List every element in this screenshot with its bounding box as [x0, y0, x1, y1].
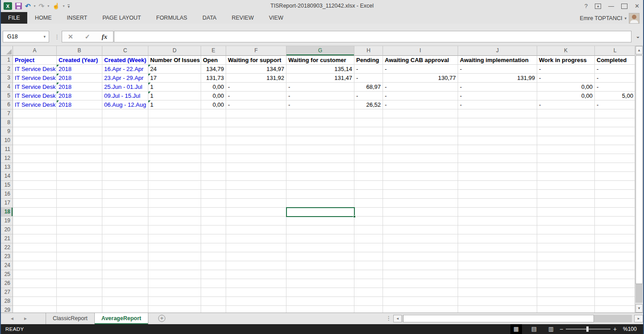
cell-A1[interactable]: Project — [13, 56, 57, 65]
cell-G5[interactable]: - — [286, 92, 354, 100]
cell-E1[interactable]: Open — [201, 56, 226, 65]
row-header-23[interactable]: 23 — [1, 252, 13, 261]
cell-C19[interactable] — [102, 217, 148, 225]
cell-I10[interactable] — [383, 136, 458, 145]
row-header-14[interactable]: 14 — [1, 172, 13, 181]
row-header-18[interactable]: 18 — [1, 208, 13, 217]
cell-L29[interactable] — [595, 306, 636, 313]
cell-C2[interactable]: 16.Apr - 22.Apr — [102, 65, 148, 74]
cell-G14[interactable] — [286, 172, 354, 181]
cell-A7[interactable] — [13, 109, 57, 118]
cell-D3[interactable]: 17 — [148, 74, 201, 83]
cell-K12[interactable] — [537, 154, 595, 163]
cell-B8[interactable] — [57, 118, 102, 127]
cell-E23[interactable] — [201, 252, 226, 261]
cell-I20[interactable] — [383, 225, 458, 234]
cell-F16[interactable] — [226, 190, 286, 199]
cell-L26[interactable] — [595, 279, 636, 288]
cell-F11[interactable] — [226, 145, 286, 154]
cell-J6[interactable]: - — [458, 100, 537, 109]
cell-C11[interactable] — [102, 145, 148, 154]
cell-H17[interactable] — [354, 199, 383, 208]
cell-I2[interactable]: - — [383, 65, 458, 74]
row-header-6[interactable]: 6 — [1, 100, 13, 109]
row-header-11[interactable]: 11 — [1, 145, 13, 154]
row-header-26[interactable]: 26 — [1, 279, 13, 288]
row-header-12[interactable]: 12 — [1, 154, 13, 163]
cell-A13[interactable] — [13, 163, 57, 172]
cell-J3[interactable]: 131,99 — [458, 74, 537, 83]
cell-D11[interactable] — [148, 145, 201, 154]
cell-L4[interactable]: - — [595, 83, 636, 92]
cell-K14[interactable] — [537, 172, 595, 181]
cell-L9[interactable] — [595, 127, 636, 136]
cell-F20[interactable] — [226, 225, 286, 234]
row-header-25[interactable]: 25 — [1, 270, 13, 279]
cell-K29[interactable] — [537, 306, 595, 313]
cell-A3[interactable]: IT Service Desk — [13, 74, 57, 83]
cell-J1[interactable]: Awaiting implementation — [458, 56, 537, 65]
cell-K28[interactable] — [537, 297, 595, 306]
cell-L14[interactable] — [595, 172, 636, 181]
cell-K4[interactable]: 0,00 — [537, 83, 595, 92]
cell-A6[interactable]: IT Service Desk — [13, 100, 57, 109]
row-header-22[interactable]: 22 — [1, 243, 13, 252]
cell-B3[interactable]: 2018 — [57, 74, 102, 83]
cell-L13[interactable] — [595, 163, 636, 172]
column-header-H[interactable]: H — [354, 46, 383, 56]
cell-I16[interactable] — [383, 190, 458, 199]
cell-E10[interactable] — [201, 136, 226, 145]
cell-A14[interactable] — [13, 172, 57, 181]
enter-entry-icon[interactable]: ✓ — [85, 33, 90, 40]
cell-H4[interactable]: 68,97 — [354, 83, 383, 92]
cell-C22[interactable] — [102, 243, 148, 252]
row-header-19[interactable]: 19 — [1, 217, 13, 225]
cell-I5[interactable]: - — [383, 92, 458, 100]
cell-B19[interactable] — [57, 217, 102, 225]
cell-I18[interactable] — [383, 208, 458, 217]
cell-I6[interactable]: - — [383, 100, 458, 109]
cell-L27[interactable] — [595, 288, 636, 297]
cell-F14[interactable] — [226, 172, 286, 181]
column-header-F[interactable]: F — [226, 46, 286, 56]
row-header-17[interactable]: 17 — [1, 199, 13, 208]
cell-J5[interactable]: - — [458, 92, 537, 100]
cell-H12[interactable] — [354, 154, 383, 163]
cell-I29[interactable] — [383, 306, 458, 313]
cell-D19[interactable] — [148, 217, 201, 225]
cell-D4[interactable]: 1 — [148, 83, 201, 92]
cell-L2[interactable]: - — [595, 65, 636, 74]
cell-C7[interactable] — [102, 109, 148, 118]
cell-A25[interactable] — [13, 270, 57, 279]
cell-C10[interactable] — [102, 136, 148, 145]
cell-G20[interactable] — [286, 225, 354, 234]
cell-E7[interactable] — [201, 109, 226, 118]
cell-I22[interactable] — [383, 243, 458, 252]
tab-scrollbar-splitter[interactable]: ⋮ — [386, 315, 391, 321]
cell-H1[interactable]: Pending — [354, 56, 383, 65]
cell-E2[interactable]: 134,79 — [201, 65, 226, 74]
cell-B4[interactable]: 2018 — [57, 83, 102, 92]
cell-J26[interactable] — [458, 279, 537, 288]
cell-A10[interactable] — [13, 136, 57, 145]
cell-F1[interactable]: Waiting for support — [226, 56, 286, 65]
cell-C14[interactable] — [102, 172, 148, 181]
cell-E27[interactable] — [201, 288, 226, 297]
sheet-tab-averagereport[interactable]: AverageReport — [95, 313, 148, 324]
cell-K10[interactable] — [537, 136, 595, 145]
cell-D28[interactable] — [148, 297, 201, 306]
horizontal-scrollbar-thumb[interactable] — [403, 315, 594, 322]
cell-J25[interactable] — [458, 270, 537, 279]
cell-E4[interactable]: 0,00 — [201, 83, 226, 92]
cell-A28[interactable] — [13, 297, 57, 306]
cell-E3[interactable]: 131,73 — [201, 74, 226, 83]
cell-C21[interactable] — [102, 234, 148, 243]
cell-I14[interactable] — [383, 172, 458, 181]
cell-D2[interactable]: 24 — [148, 65, 201, 74]
cell-H22[interactable] — [354, 243, 383, 252]
cell-K2[interactable]: - — [537, 65, 595, 74]
cell-I19[interactable] — [383, 217, 458, 225]
row-header-7[interactable]: 7 — [1, 109, 13, 118]
cell-I24[interactable] — [383, 261, 458, 270]
cell-H7[interactable] — [354, 109, 383, 118]
